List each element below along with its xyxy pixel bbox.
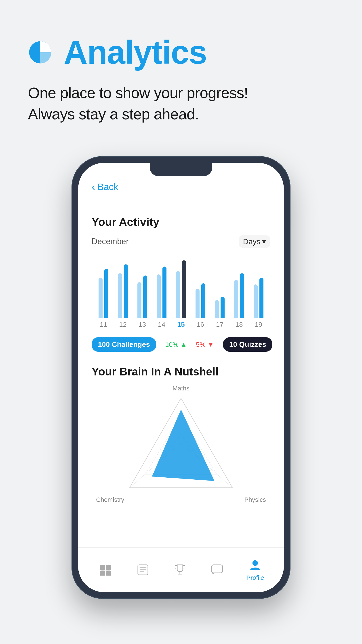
stat-green-value: 10% [165, 341, 179, 348]
svg-rect-18 [212, 565, 223, 573]
quizzes-label: Quizzes [239, 340, 266, 348]
bar-12-right [124, 264, 128, 318]
challenges-badge: 100 Challenges [92, 337, 156, 352]
svg-point-19 [253, 560, 258, 566]
phone-mockup-container: ‹ Back Your Activity December Days ▾ [0, 156, 362, 621]
trophy-icon [172, 563, 188, 577]
bar-group-19: 19 [249, 260, 268, 328]
stat-red-value: 5% [196, 341, 206, 348]
divider [78, 204, 284, 204]
radar-label-chemistry: Chemistry [96, 496, 124, 503]
svg-rect-10 [100, 571, 105, 576]
header-title-row: Analytics [28, 36, 334, 69]
bar-15-right [182, 260, 186, 318]
bar-17-left [215, 300, 219, 318]
days-label: Days [243, 237, 260, 246]
bar-label-15: 15 [177, 321, 185, 328]
stat-red: 5% ▼ [196, 341, 214, 348]
bar-group-12: 12 [113, 260, 133, 328]
bar-14-left [157, 274, 161, 318]
bar-group-11: 11 [94, 260, 113, 328]
profile-tab-label: Profile [247, 574, 264, 582]
bar-group-16: 16 [191, 260, 210, 328]
tab-home[interactable] [98, 563, 113, 577]
stats-row: 100 Challenges 10% ▲ 5% ▼ 10 Quizzes [92, 337, 270, 352]
phone-screen: ‹ Back Your Activity December Days ▾ [78, 163, 284, 592]
bar-label-18: 18 [235, 321, 243, 328]
activity-section-title: Your Activity [92, 216, 270, 228]
bar-19-left [254, 284, 258, 318]
header-subtitle: One place to show your progress! Always … [28, 82, 334, 125]
bar-label-14: 14 [158, 321, 165, 328]
dropdown-chevron-icon: ▾ [262, 237, 266, 246]
down-arrow-icon: ▼ [207, 341, 214, 348]
bar-label-19: 19 [255, 321, 262, 328]
radar-chart: Maths Chemistry Physics [92, 385, 270, 510]
bar-13-right [143, 276, 147, 318]
activity-header: December Days ▾ [92, 235, 270, 248]
header-section: Analytics One place to show your progres… [0, 0, 362, 138]
back-chevron-icon: ‹ [92, 181, 95, 193]
bar-label-11: 11 [100, 321, 107, 328]
bar-15-left [176, 271, 180, 318]
tab-courses[interactable] [135, 563, 151, 577]
screen-content: ‹ Back Your Activity December Days ▾ [78, 163, 284, 548]
bar-label-16: 16 [197, 321, 204, 328]
quizzes-count: 10 [229, 340, 237, 348]
bar-16-left [196, 289, 200, 318]
challenges-label: Challenges [112, 340, 150, 348]
bar-14-right [162, 266, 166, 318]
up-arrow-icon: ▲ [180, 341, 187, 348]
radar-label-maths: Maths [173, 385, 189, 392]
tab-messages[interactable] [209, 563, 225, 577]
radar-label-physics: Physics [245, 496, 266, 503]
phone-outer-frame: ‹ Back Your Activity December Days ▾ [71, 156, 291, 599]
page-title: Analytics [64, 36, 207, 69]
month-label: December [92, 237, 129, 246]
quizzes-badge: 10 Quizzes [223, 337, 272, 352]
brain-section-title: Your Brain In A Nutshell [92, 365, 270, 378]
radar-labels: Maths Chemistry Physics [92, 385, 270, 510]
bar-group-13: 13 [132, 260, 152, 328]
brain-section: Your Brain In A Nutshell [92, 365, 270, 510]
bar-12-left [118, 273, 122, 318]
bar-17-right [221, 297, 225, 318]
bar-11-left [98, 278, 103, 318]
bar-19-right [259, 278, 264, 318]
back-button[interactable]: ‹ Back [92, 181, 270, 193]
bar-label-17: 17 [216, 321, 223, 328]
bar-group-14: 14 [152, 260, 171, 328]
bar-group-15: 15 [171, 260, 191, 328]
tab-profile[interactable]: Profile [247, 558, 264, 582]
activity-bar-chart: 11 12 [92, 257, 270, 328]
courses-icon [135, 563, 151, 577]
days-dropdown[interactable]: Days ▾ [239, 235, 270, 248]
svg-rect-11 [106, 571, 111, 576]
bar-label-13: 13 [139, 321, 146, 328]
challenges-count: 100 [98, 340, 110, 348]
bar-11-right [104, 269, 108, 318]
bar-label-12: 12 [119, 321, 126, 328]
back-label: Back [97, 182, 118, 192]
svg-rect-8 [100, 565, 105, 570]
bar-group-17: 17 [210, 260, 230, 328]
home-icon [98, 563, 113, 577]
profile-icon [247, 558, 263, 572]
tab-trophy[interactable] [172, 563, 188, 577]
analytics-icon [28, 40, 52, 64]
stat-green: 10% ▲ [165, 341, 187, 348]
bar-18-left [234, 280, 238, 318]
messages-icon [209, 563, 225, 577]
tab-bar: Profile [78, 548, 284, 592]
phone-notch [150, 163, 212, 176]
bar-group-18: 18 [230, 260, 249, 328]
svg-rect-9 [106, 565, 111, 570]
bar-16-right [201, 283, 205, 318]
bar-18-right [240, 273, 244, 318]
bar-13-left [137, 282, 141, 318]
